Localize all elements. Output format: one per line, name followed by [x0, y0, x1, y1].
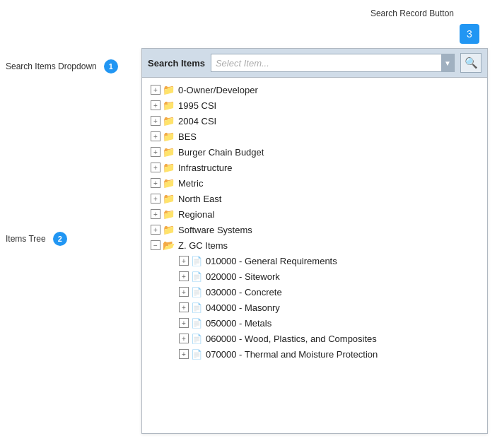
folder-icon-regional: 📁 — [163, 208, 175, 220]
tree-label-regional: Regional — [178, 209, 214, 220]
tree-label-burger: Burger Chain Budget — [178, 147, 264, 158]
folder-icon-software: 📁 — [163, 224, 175, 235]
tree-label-070000: 070000 - Thermal and Moisture Protection — [206, 349, 378, 360]
tree-label-csi1995: 1995 CSI — [178, 100, 216, 111]
expand-icon-csi2004[interactable]: + — [151, 116, 160, 126]
doc-icon-070000: 📄 — [191, 349, 202, 360]
search-items-dropdown[interactable]: Select Item... ▼ — [211, 54, 455, 72]
tree-item-bes[interactable]: + 📁 BES — [142, 129, 487, 144]
doc-icon-020000: 📄 — [191, 271, 202, 282]
search-items-dropdown-annotation: Search Items Dropdown 1 — [6, 59, 118, 73]
expand-icon-software[interactable]: + — [151, 225, 160, 235]
tree-item-software[interactable]: + 📁 Software Systems — [142, 222, 487, 237]
folder-icon-burger: 📁 — [163, 146, 175, 158]
tree-label-060000: 060000 - Wood, Plastics, and Composites — [206, 334, 377, 344]
tree-label-software: Software Systems — [178, 225, 252, 235]
doc-icon-010000: 📄 — [191, 256, 202, 266]
badge-1: 1 — [104, 59, 118, 73]
dropdown-arrow-icon[interactable]: ▼ — [441, 54, 454, 72]
tree-item-020000[interactable]: + 📄 020000 - Sitework — [142, 269, 487, 284]
expand-icon-010000[interactable]: + — [179, 256, 189, 266]
search-button[interactable]: 🔍 — [460, 53, 481, 73]
doc-icon-050000: 📄 — [191, 318, 202, 329]
doc-icon-030000: 📄 — [191, 287, 202, 297]
tree-label-040000: 040000 - Masonry — [206, 302, 280, 313]
tree-label-010000: 010000 - General Requirements — [206, 256, 337, 266]
tree-item-metric[interactable]: + 📁 Metric — [142, 175, 487, 191]
expand-icon-070000[interactable]: + — [179, 349, 189, 359]
tree-item-010000[interactable]: + 📄 010000 - General Requirements — [142, 253, 487, 269]
tree-label-zgc: Z. GC Items — [178, 240, 228, 251]
tree-label-csi2004: 2004 CSI — [178, 116, 216, 126]
expand-icon-regional[interactable]: + — [151, 209, 160, 219]
tree-label-infra: Infrastructure — [178, 163, 233, 173]
tree-item-northeast[interactable]: + 📁 North East — [142, 191, 487, 206]
folder-icon-infra: 📁 — [163, 162, 175, 173]
folder-icon-csi2004: 📁 — [163, 115, 175, 126]
tree-label-050000: 050000 - Metals — [206, 318, 272, 329]
main-panel: Search Items Select Item... ▼ 🔍 + 📁 0-Ow… — [141, 48, 488, 434]
doc-icon-040000: 📄 — [191, 302, 202, 313]
tree-item-070000[interactable]: + 📄 070000 - Thermal and Moisture Protec… — [142, 346, 487, 362]
expand-icon-060000[interactable]: + — [179, 334, 189, 343]
expand-icon-infra[interactable]: + — [151, 163, 160, 172]
tree-label-northeast: North East — [178, 194, 221, 204]
expand-icon-northeast[interactable]: + — [151, 194, 160, 204]
folder-icon-metric: 📁 — [163, 177, 175, 189]
expand-icon-csi1995[interactable]: + — [151, 100, 160, 110]
expand-icon-zgc[interactable]: − — [151, 240, 160, 250]
badge-2: 2 — [53, 232, 67, 246]
tree-label-owner: 0-Owner/Developer — [178, 85, 258, 95]
tree-label-020000: 020000 - Sitework — [206, 271, 280, 282]
tree-item-infra[interactable]: + 📁 Infrastructure — [142, 160, 487, 175]
tree-item-csi1995[interactable]: + 📁 1995 CSI — [142, 98, 487, 113]
tree-item-060000[interactable]: + 📄 060000 - Wood, Plastics, and Composi… — [142, 331, 487, 346]
folder-icon-csi1995: 📁 — [163, 100, 175, 111]
folder-icon-zgc: 📂 — [163, 240, 175, 251]
expand-icon-metric[interactable]: + — [151, 178, 160, 188]
search-dropdown-placeholder: Select Item... — [216, 58, 269, 69]
tree-item-zgc[interactable]: − 📂 Z. GC Items — [142, 237, 487, 253]
expand-icon-020000[interactable]: + — [179, 271, 189, 281]
search-record-button[interactable]: 3 — [460, 24, 479, 44]
doc-icon-060000: 📄 — [191, 334, 202, 344]
expand-icon-040000[interactable]: + — [179, 302, 189, 312]
search-record-button-label: Search Record Button — [370, 8, 454, 18]
items-tree-annotation: Items Tree 2 — [6, 232, 67, 246]
folder-icon-northeast: 📁 — [163, 193, 175, 204]
tree-item-040000[interactable]: + 📄 040000 - Masonry — [142, 300, 487, 315]
tree-label-030000: 030000 - Concrete — [206, 287, 282, 297]
folder-icon-bes: 📁 — [163, 131, 175, 142]
tree-item-050000[interactable]: + 📄 050000 - Metals — [142, 315, 487, 331]
tree-label-bes: BES — [178, 131, 197, 142]
tree-label-metric: Metric — [178, 178, 203, 189]
tree-item-030000[interactable]: + 📄 030000 - Concrete — [142, 284, 487, 300]
expand-icon-burger[interactable]: + — [151, 147, 160, 157]
search-bar: Search Items Select Item... ▼ 🔍 — [142, 49, 487, 78]
tree-item-owner[interactable]: + 📁 0-Owner/Developer — [142, 82, 487, 98]
expand-icon-050000[interactable]: + — [179, 318, 189, 328]
tree-item-burger[interactable]: + 📁 Burger Chain Budget — [142, 144, 487, 160]
search-items-label: Search Items — [148, 58, 205, 69]
expand-icon-030000[interactable]: + — [179, 287, 189, 297]
expand-icon-owner[interactable]: + — [151, 85, 160, 95]
tree-item-regional[interactable]: + 📁 Regional — [142, 206, 487, 222]
expand-icon-bes[interactable]: + — [151, 131, 160, 141]
items-tree: + 📁 0-Owner/Developer + 📁 1995 CSI + 📁 2… — [142, 78, 487, 432]
folder-icon-owner: 📁 — [163, 84, 175, 95]
tree-item-csi2004[interactable]: + 📁 2004 CSI — [142, 113, 487, 129]
